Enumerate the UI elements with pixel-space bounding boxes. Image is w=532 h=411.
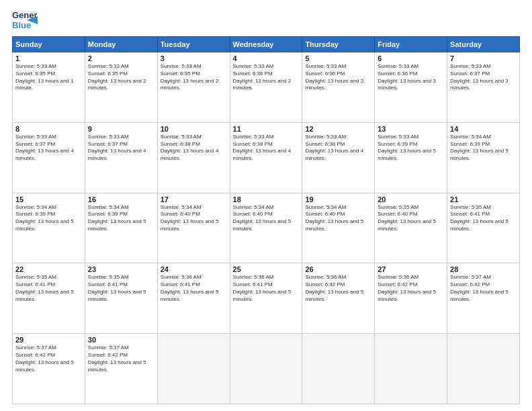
day-number: 11	[233, 125, 300, 133]
day-number: 2	[88, 54, 154, 62]
day-number: 26	[305, 265, 371, 273]
day-number: 10	[161, 125, 227, 133]
day-number: 8	[15, 125, 82, 133]
day-cell: 30Sunrise: 5:37 AMSunset: 6:42 PMDayligh…	[85, 334, 157, 404]
week-row-3: 15Sunrise: 5:34 AMSunset: 6:39 PMDayligh…	[13, 193, 520, 263]
day-number: 5	[305, 54, 371, 62]
day-cell: 17Sunrise: 5:34 AMSunset: 6:40 PMDayligh…	[157, 193, 230, 263]
day-number: 7	[450, 54, 517, 62]
page: General Blue SundayMondayTuesdayWednesda…	[0, 0, 532, 411]
day-info: Sunrise: 5:35 AMSunset: 6:41 PMDaylight:…	[88, 274, 154, 303]
day-info: Sunrise: 5:33 AMSunset: 6:39 PMDaylight:…	[378, 134, 444, 163]
calendar-header-row: SundayMondayTuesdayWednesdayThursdayFrid…	[13, 37, 520, 52]
day-info: Sunrise: 5:33 AMSunset: 6:36 PMDaylight:…	[378, 63, 444, 92]
day-info: Sunrise: 5:34 AMSunset: 6:39 PMDaylight:…	[450, 134, 517, 163]
day-cell: 9Sunrise: 5:33 AMSunset: 6:37 PMDaylight…	[85, 122, 157, 193]
day-number: 22	[15, 265, 82, 273]
day-info: Sunrise: 5:33 AMSunset: 6:37 PMDaylight:…	[450, 63, 517, 92]
day-info: Sunrise: 5:37 AMSunset: 6:42 PMDaylight:…	[15, 345, 82, 373]
day-info: Sunrise: 5:35 AMSunset: 6:41 PMDaylight:…	[15, 274, 82, 303]
day-number: 17	[161, 195, 227, 203]
day-number: 19	[305, 195, 371, 203]
day-header-saturday: Saturday	[447, 37, 520, 52]
week-row-2: 8Sunrise: 5:33 AMSunset: 6:37 PMDaylight…	[13, 122, 520, 193]
day-info: Sunrise: 5:33 AMSunset: 6:37 PMDaylight:…	[88, 134, 154, 163]
day-info: Sunrise: 5:34 AMSunset: 6:40 PMDaylight:…	[305, 204, 371, 233]
week-row-4: 22Sunrise: 5:35 AMSunset: 6:41 PMDayligh…	[13, 263, 520, 334]
day-cell: 10Sunrise: 5:33 AMSunset: 6:38 PMDayligh…	[157, 122, 230, 193]
day-number: 4	[233, 54, 300, 62]
day-number: 1	[15, 54, 82, 62]
header: General Blue	[12, 7, 520, 32]
day-cell: 25Sunrise: 5:36 AMSunset: 6:41 PMDayligh…	[230, 263, 302, 334]
day-number: 15	[15, 195, 82, 203]
day-info: Sunrise: 5:35 AMSunset: 6:41 PMDaylight:…	[450, 204, 517, 233]
day-cell	[157, 334, 230, 404]
day-cell: 22Sunrise: 5:35 AMSunset: 6:41 PMDayligh…	[13, 263, 85, 334]
day-cell: 23Sunrise: 5:35 AMSunset: 6:41 PMDayligh…	[85, 263, 157, 334]
day-cell: 11Sunrise: 5:33 AMSunset: 6:38 PMDayligh…	[230, 122, 302, 193]
day-number: 9	[88, 125, 154, 133]
day-number: 20	[378, 195, 444, 203]
day-info: Sunrise: 5:34 AMSunset: 6:40 PMDaylight:…	[161, 204, 227, 233]
day-cell	[302, 334, 375, 404]
day-info: Sunrise: 5:33 AMSunset: 6:38 PMDaylight:…	[161, 134, 227, 163]
day-number: 28	[450, 265, 517, 273]
day-header-thursday: Thursday	[302, 37, 375, 52]
day-number: 3	[161, 54, 227, 62]
week-row-5: 29Sunrise: 5:37 AMSunset: 6:42 PMDayligh…	[13, 334, 520, 404]
day-info: Sunrise: 5:36 AMSunset: 6:41 PMDaylight:…	[161, 274, 227, 303]
day-cell	[230, 334, 302, 404]
day-cell: 13Sunrise: 5:33 AMSunset: 6:39 PMDayligh…	[375, 122, 447, 193]
day-header-friday: Friday	[375, 37, 447, 52]
calendar-table: SundayMondayTuesdayWednesdayThursdayFrid…	[12, 36, 520, 404]
day-header-sunday: Sunday	[13, 37, 85, 52]
day-number: 25	[233, 265, 300, 273]
day-number: 6	[378, 54, 444, 62]
day-cell: 12Sunrise: 5:33 AMSunset: 6:38 PMDayligh…	[302, 122, 375, 193]
day-number: 30	[88, 336, 154, 344]
day-number: 29	[15, 336, 82, 344]
day-cell: 8Sunrise: 5:33 AMSunset: 6:37 PMDaylight…	[13, 122, 85, 193]
day-cell: 1Sunrise: 5:33 AMSunset: 6:35 PMDaylight…	[13, 52, 85, 123]
day-cell: 6Sunrise: 5:33 AMSunset: 6:36 PMDaylight…	[375, 52, 447, 123]
day-cell	[375, 334, 447, 404]
day-number: 23	[88, 265, 154, 273]
day-cell: 14Sunrise: 5:34 AMSunset: 6:39 PMDayligh…	[447, 122, 520, 193]
day-cell: 3Sunrise: 5:33 AMSunset: 6:35 PMDaylight…	[157, 52, 230, 123]
day-number: 16	[88, 195, 154, 203]
day-cell: 18Sunrise: 5:34 AMSunset: 6:40 PMDayligh…	[230, 193, 302, 263]
day-info: Sunrise: 5:36 AMSunset: 6:41 PMDaylight:…	[233, 274, 300, 303]
day-info: Sunrise: 5:37 AMSunset: 6:42 PMDaylight:…	[88, 345, 154, 373]
day-info: Sunrise: 5:33 AMSunset: 6:36 PMDaylight:…	[233, 63, 300, 92]
day-cell: 16Sunrise: 5:34 AMSunset: 6:39 PMDayligh…	[85, 193, 157, 263]
day-info: Sunrise: 5:35 AMSunset: 6:40 PMDaylight:…	[378, 204, 444, 233]
logo-svg: General Blue	[12, 7, 38, 32]
day-cell: 26Sunrise: 5:36 AMSunset: 6:42 PMDayligh…	[302, 263, 375, 334]
day-header-monday: Monday	[85, 37, 157, 52]
day-number: 21	[450, 195, 517, 203]
day-info: Sunrise: 5:34 AMSunset: 6:39 PMDaylight:…	[15, 204, 82, 233]
day-info: Sunrise: 5:33 AMSunset: 6:35 PMDaylight:…	[88, 63, 154, 92]
day-info: Sunrise: 5:33 AMSunset: 6:35 PMDaylight:…	[161, 63, 227, 92]
day-number: 12	[305, 125, 371, 133]
day-info: Sunrise: 5:34 AMSunset: 6:39 PMDaylight:…	[88, 204, 154, 233]
day-cell: 24Sunrise: 5:36 AMSunset: 6:41 PMDayligh…	[157, 263, 230, 334]
day-cell: 27Sunrise: 5:36 AMSunset: 6:42 PMDayligh…	[375, 263, 447, 334]
day-number: 13	[378, 125, 444, 133]
day-info: Sunrise: 5:33 AMSunset: 6:38 PMDaylight:…	[233, 134, 300, 163]
day-cell: 2Sunrise: 5:33 AMSunset: 6:35 PMDaylight…	[85, 52, 157, 123]
week-row-1: 1Sunrise: 5:33 AMSunset: 6:35 PMDaylight…	[13, 52, 520, 123]
svg-text:Blue: Blue	[12, 20, 31, 30]
day-info: Sunrise: 5:36 AMSunset: 6:42 PMDaylight:…	[378, 274, 444, 303]
day-info: Sunrise: 5:33 AMSunset: 6:38 PMDaylight:…	[305, 134, 371, 163]
day-cell: 29Sunrise: 5:37 AMSunset: 6:42 PMDayligh…	[13, 334, 85, 404]
logo: General Blue	[12, 7, 39, 32]
day-cell: 5Sunrise: 5:33 AMSunset: 6:36 PMDaylight…	[302, 52, 375, 123]
day-cell: 19Sunrise: 5:34 AMSunset: 6:40 PMDayligh…	[302, 193, 375, 263]
day-number: 27	[378, 265, 444, 273]
day-cell: 20Sunrise: 5:35 AMSunset: 6:40 PMDayligh…	[375, 193, 447, 263]
day-header-wednesday: Wednesday	[230, 37, 302, 52]
logo-graphic: General Blue	[12, 7, 38, 32]
day-cell: 28Sunrise: 5:37 AMSunset: 6:42 PMDayligh…	[447, 263, 520, 334]
